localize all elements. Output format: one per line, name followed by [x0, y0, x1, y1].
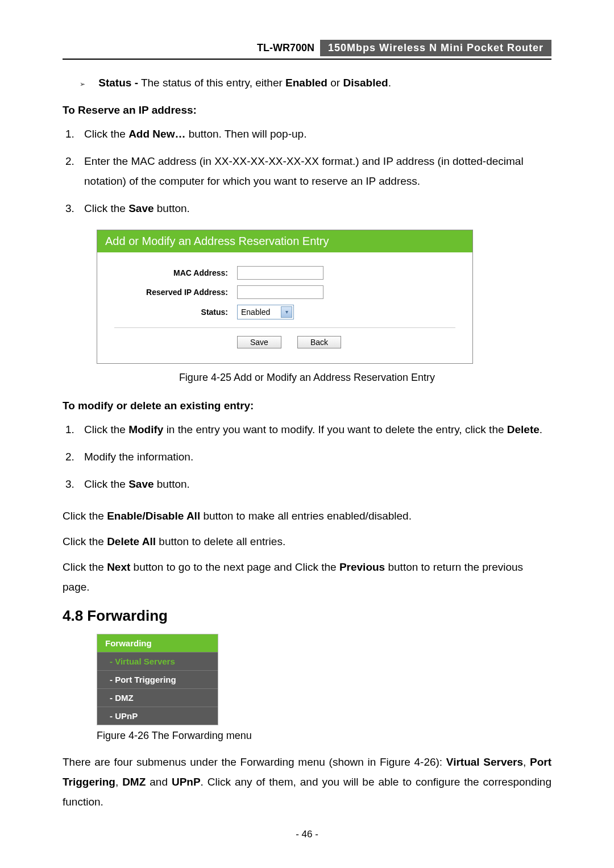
menu-item-dmz[interactable]: - DMZ: [97, 688, 218, 707]
reserved-ip-input[interactable]: [237, 285, 323, 299]
status-end: .: [388, 77, 391, 89]
t: .: [540, 423, 542, 435]
section-4-8-heading: 4.8 Forwarding: [63, 607, 551, 625]
t: Click the: [84, 128, 128, 140]
t: There are four submenus under the Forwar…: [63, 756, 446, 768]
enable-disable-all-para: Click the Enable/Disable All button to m…: [63, 506, 551, 526]
forwarding-description: There are four submenus under the Forwar…: [63, 752, 551, 812]
previous-label: Previous: [339, 561, 385, 573]
header-bar: TL-WR700N 150Mbps Wireless N Mini Pocket…: [63, 40, 551, 56]
reserve-steps: Click the Add New… button. Then will pop…: [63, 124, 551, 218]
delete-all-label: Delete All: [107, 535, 156, 547]
status-label: Status -: [98, 77, 138, 89]
menu-item-port-triggering[interactable]: - Port Triggering: [97, 670, 218, 688]
figure-25-title: Add or Modify an Address Reservation Ent…: [97, 230, 472, 252]
next-prev-para: Click the Next button to go to the next …: [63, 557, 551, 597]
figure-26-caption: Figure 4-26 The Forwarding menu: [97, 730, 551, 742]
reserved-ip-row: Reserved IP Address:: [114, 285, 455, 299]
t: Click the: [84, 423, 128, 435]
figure-4-25: Add or Modify an Address Reservation Ent…: [97, 230, 473, 364]
menu-item-virtual-servers[interactable]: - Virtual Servers: [97, 652, 218, 670]
t: button to make all entries enabled/disab…: [200, 510, 412, 522]
figure-25-caption: Figure 4-25 Add or Modify an Address Res…: [63, 372, 551, 384]
t: Click the: [63, 510, 107, 522]
menu-item-upnp[interactable]: - UPnP: [97, 707, 218, 725]
t: Click the: [84, 478, 128, 490]
delete-label: Delete: [507, 423, 540, 435]
save-button[interactable]: Save: [237, 336, 281, 348]
reserved-ip-label: Reserved IP Address:: [114, 288, 237, 297]
status-disabled: Disabled: [343, 77, 388, 89]
status-row: Status: Enabled ▾: [114, 305, 455, 319]
upnp-label: UPnP: [172, 776, 201, 788]
t: button to delete all entries.: [156, 535, 285, 547]
modify-steps: Click the Modify in the entry you want t…: [63, 420, 551, 495]
t: button.: [154, 202, 190, 214]
reserve-step-1: Click the Add New… button. Then will pop…: [77, 124, 551, 144]
reserve-ip-heading: To Reserve an IP address:: [63, 104, 551, 117]
button-row: Save Back: [114, 327, 455, 356]
status-select-value: Enabled: [241, 308, 270, 317]
reserve-step-3: Click the Save button.: [77, 199, 551, 218]
modify-step-2: Modify the information.: [77, 447, 551, 467]
reserve-step-2: Enter the MAC address (in XX-XX-XX-XX-XX…: [77, 152, 551, 190]
back-button[interactable]: Back: [297, 336, 341, 348]
delete-all-para: Click the Delete All button to delete al…: [63, 531, 551, 551]
page: TL-WR700N 150Mbps Wireless N Mini Pocket…: [0, 0, 614, 868]
header-rule: [63, 59, 551, 60]
header-model: TL-WR700N: [251, 40, 320, 56]
status-enabled: Enabled: [285, 77, 327, 89]
t: button.: [154, 478, 190, 490]
status-field-label: Status:: [114, 308, 237, 317]
t: Click the: [63, 561, 107, 573]
status-select[interactable]: Enabled ▾: [237, 305, 294, 319]
mac-address-label: MAC Address:: [114, 268, 237, 277]
modify-heading: To modify or delete an existing entry:: [63, 400, 551, 412]
next-label: Next: [107, 561, 130, 573]
save-label-2: Save: [128, 478, 154, 490]
mac-address-input[interactable]: [237, 266, 323, 280]
status-text-1: The status of this entry, either: [138, 77, 285, 89]
menu-head-forwarding[interactable]: Forwarding: [97, 634, 218, 652]
t: ,: [115, 776, 122, 788]
t: button to go to the next page and Click …: [130, 561, 339, 573]
t: Click the: [84, 202, 128, 214]
status-bullet-list: Status - The status of this entry, eithe…: [63, 73, 551, 93]
t: Click the: [63, 535, 107, 547]
chevron-down-icon[interactable]: ▾: [281, 306, 292, 318]
t: ,: [523, 756, 530, 768]
modify-step-1: Click the Modify in the entry you want t…: [77, 420, 551, 439]
page-number: - 46 -: [63, 829, 551, 840]
status-bullet: Status - The status of this entry, eithe…: [80, 73, 551, 93]
modify-label: Modify: [128, 423, 163, 435]
dmz-label: DMZ: [122, 776, 146, 788]
virtual-servers-label: Virtual Servers: [446, 756, 523, 768]
mac-address-row: MAC Address:: [114, 266, 455, 280]
t: button. Then will pop-up.: [185, 128, 306, 140]
forwarding-menu: Forwarding - Virtual Servers - Port Trig…: [97, 634, 218, 725]
header-description: 150Mbps Wireless N Mini Pocket Router: [320, 40, 551, 56]
t: and: [146, 776, 172, 788]
modify-step-3: Click the Save button.: [77, 475, 551, 494]
enable-disable-all-label: Enable/Disable All: [107, 510, 200, 522]
add-new-label: Add New…: [128, 128, 185, 140]
status-mid: or: [327, 77, 343, 89]
save-label: Save: [128, 202, 154, 214]
t: in the entry you want to modify. If you …: [163, 423, 507, 435]
